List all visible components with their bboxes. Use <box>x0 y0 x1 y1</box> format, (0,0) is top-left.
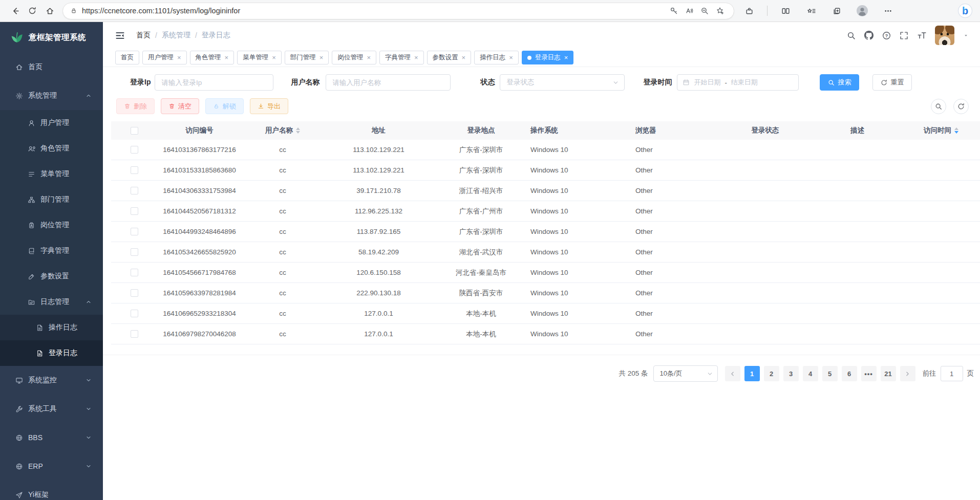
start-date-placeholder[interactable]: 开始日期 <box>694 78 720 87</box>
sidebar-item[interactable]: Yi框架 <box>0 481 103 500</box>
page-tab[interactable]: 角色管理 × <box>190 51 235 64</box>
sidebar-item[interactable]: 部门管理 <box>0 187 103 212</box>
page-tab[interactable]: 用户管理 × <box>142 51 187 64</box>
help-icon[interactable] <box>882 31 891 40</box>
select-all-checkbox[interactable] <box>131 127 138 135</box>
table-row[interactable]: 1641043063331753984cc39.171.210.78浙江省-绍兴… <box>111 181 980 201</box>
page-tab[interactable]: 字典管理 × <box>379 51 424 64</box>
column-header[interactable]: 浏览器 <box>633 121 718 140</box>
row-checkbox[interactable] <box>131 248 138 256</box>
tab-close-icon[interactable]: × <box>564 54 568 61</box>
collections-icon[interactable] <box>829 3 844 18</box>
page-number-button[interactable]: 3 <box>783 366 799 381</box>
tab-close-icon[interactable]: × <box>509 54 513 61</box>
column-header[interactable]: 操作系统 <box>528 121 633 140</box>
row-checkbox[interactable] <box>131 166 138 174</box>
page-number-button[interactable]: 2 <box>764 366 779 381</box>
https-lock-icon[interactable] <box>70 7 77 14</box>
copilot-bing-icon[interactable] <box>957 3 973 18</box>
unlock-button[interactable]: 解锁 <box>205 98 244 114</box>
column-header[interactable]: 访问编号 <box>157 121 242 140</box>
row-checkbox[interactable] <box>131 269 138 276</box>
page-tab[interactable]: 登录日志 × <box>522 51 574 64</box>
status-select[interactable]: 登录状态 <box>500 74 625 91</box>
prev-page-button[interactable] <box>725 366 740 381</box>
table-row[interactable]: 1641059633978281984cc222.90.130.18陕西省-西安… <box>111 283 980 303</box>
table-row[interactable]: 1641069798270046208cc127.0.0.1本地-本机Windo… <box>111 324 980 344</box>
browser-settings-icon[interactable] <box>880 3 896 18</box>
column-header[interactable]: 地址 <box>324 121 434 140</box>
tab-close-icon[interactable]: × <box>367 54 371 61</box>
table-row[interactable]: 1641069652933218304cc127.0.0.1本地-本机Windo… <box>111 303 980 324</box>
split-screen-icon[interactable] <box>778 3 793 18</box>
browser-extensions-icon[interactable] <box>741 3 757 18</box>
column-header[interactable]: 登录状态 <box>718 121 813 140</box>
browser-back-button[interactable] <box>6 2 24 19</box>
row-checkbox[interactable] <box>131 146 138 154</box>
read-aloud-icon[interactable] <box>681 3 697 18</box>
tab-close-icon[interactable]: × <box>177 54 181 61</box>
table-row[interactable]: 1641053426655825920cc58.19.42.209湖北省-武汉市… <box>111 242 980 263</box>
page-tab[interactable]: 参数设置 × <box>427 51 472 64</box>
goto-page-input[interactable] <box>941 366 963 381</box>
favorites-icon[interactable] <box>803 3 819 18</box>
address-bar[interactable]: https://ccnetcore.com:1101/system/log/lo… <box>62 3 734 19</box>
delete-button[interactable]: 删除 <box>116 98 155 114</box>
clear-button[interactable]: 清空 <box>161 98 199 114</box>
table-row[interactable]: 1641044993248464896cc113.87.92.165广东省-深圳… <box>111 222 980 242</box>
row-checkbox[interactable] <box>131 228 138 235</box>
user-avatar[interactable] <box>935 26 954 45</box>
sidebar-item[interactable]: 操作日志 <box>0 315 103 340</box>
export-button[interactable]: 导出 <box>250 98 288 114</box>
sidebar-item[interactable]: 菜单管理 <box>0 161 103 187</box>
sort-icon[interactable] <box>954 127 958 134</box>
date-range-picker[interactable]: 开始日期 - 结束日期 <box>677 74 799 91</box>
avatar-caret-icon[interactable] <box>963 33 969 38</box>
fullscreen-icon[interactable] <box>900 31 908 40</box>
sidebar-item[interactable]: ERP <box>0 452 103 481</box>
sidebar-item[interactable]: 系统监控 <box>0 366 103 395</box>
table-row[interactable]: 1641044520567181312cc112.96.225.132广东省-广… <box>111 201 980 222</box>
table-row[interactable]: 1641054566717984768cc120.6.150.158河北省-秦皇… <box>111 263 980 283</box>
sidebar-item[interactable]: 日志管理 <box>0 289 103 315</box>
browser-home-button[interactable] <box>41 2 58 19</box>
tab-close-icon[interactable]: × <box>462 54 466 61</box>
login-ip-input[interactable] <box>155 74 273 91</box>
show-search-toggle-button[interactable] <box>931 99 946 114</box>
page-number-button[interactable]: 1 <box>744 366 760 381</box>
tab-close-icon[interactable]: × <box>414 54 418 61</box>
column-header[interactable]: 用户名称 <box>242 121 324 140</box>
sidebar-item[interactable]: 系统管理 <box>0 81 103 110</box>
sidebar-item[interactable]: 角色管理 <box>0 136 103 161</box>
page-tab[interactable]: 部门管理 × <box>285 51 329 64</box>
page-number-button[interactable]: ••• <box>861 366 877 381</box>
page-number-button[interactable]: 5 <box>822 366 838 381</box>
tab-close-icon[interactable]: × <box>272 54 276 61</box>
sort-icon[interactable] <box>296 127 300 134</box>
sidebar-item[interactable]: 用户管理 <box>0 110 103 136</box>
page-size-select[interactable]: 10条/页 <box>653 365 718 382</box>
page-tab[interactable]: 岗位管理 × <box>332 51 376 64</box>
search-icon[interactable] <box>847 31 856 40</box>
reset-button[interactable]: 重置 <box>872 74 912 91</box>
page-tab[interactable]: 菜单管理 × <box>237 51 282 64</box>
breadcrumb-home[interactable]: 首页 <box>136 31 151 40</box>
github-icon[interactable] <box>864 31 874 40</box>
row-checkbox[interactable] <box>131 289 138 297</box>
sidebar-item[interactable]: 字典管理 <box>0 238 103 264</box>
add-favorite-icon[interactable] <box>712 3 728 18</box>
page-number-button[interactable]: 21 <box>881 366 896 381</box>
table-row[interactable]: 1641031533185863680cc113.102.129.221广东省-… <box>111 160 980 181</box>
sidebar-fold-icon[interactable] <box>115 31 125 40</box>
url-text[interactable]: https://ccnetcore.com:1101/system/log/lo… <box>82 7 666 15</box>
sidebar-item[interactable]: 系统工具 <box>0 395 103 423</box>
column-header[interactable]: 登录地点 <box>434 121 528 140</box>
sidebar-item[interactable]: 岗位管理 <box>0 212 103 238</box>
browser-profile-avatar[interactable] <box>855 3 870 18</box>
table-row[interactable]: 1641031367863177216cc113.102.129.221广东省-… <box>111 140 980 160</box>
row-checkbox[interactable] <box>131 310 138 317</box>
sidebar-item[interactable]: 首页 <box>0 53 103 81</box>
browser-refresh-button[interactable] <box>24 2 41 19</box>
next-page-button[interactable] <box>900 366 915 381</box>
column-header[interactable]: 描述 <box>813 121 902 140</box>
